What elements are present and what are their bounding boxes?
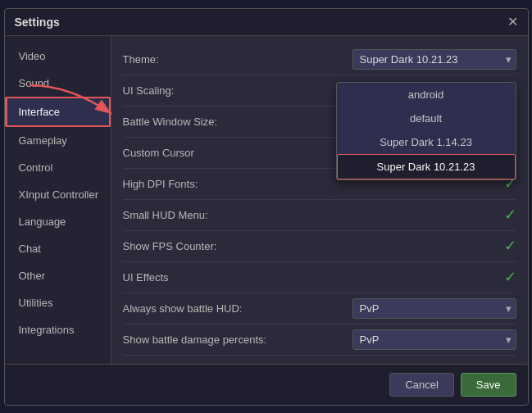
dropdown-option-android[interactable]: android xyxy=(337,83,516,107)
settings-row-small-hud: Small HUD Menu:✓ xyxy=(123,200,516,231)
dropdown-option-super-dark-10.21.23[interactable]: Super Dark 10.21.23 xyxy=(337,154,516,179)
sidebar-item-video[interactable]: Video xyxy=(5,43,111,70)
row-label-small-hud: Small HUD Menu: xyxy=(123,209,295,221)
row-label-ui-scaling: UI Scaling: xyxy=(123,84,295,97)
settings-row-fps-counter: Show FPS Counter:✓ xyxy=(123,231,516,262)
row-label-high-dpi: High DPI Fonts: xyxy=(123,178,295,190)
battle-hud-select[interactable]: PvP xyxy=(352,298,516,319)
row-label-fps-counter: Show FPS Counter: xyxy=(123,240,295,252)
row-value-small-hud: ✓ xyxy=(295,206,516,224)
sidebar-item-sound[interactable]: Sound xyxy=(5,70,111,97)
row-value-battle-hud: PvP xyxy=(295,298,516,319)
dialog-title: Settings xyxy=(15,16,60,29)
close-button[interactable]: ✕ xyxy=(507,16,518,29)
settings-row-battle-hud: Always show battle HUD:PvP xyxy=(123,293,516,324)
sidebar-item-control[interactable]: Control xyxy=(5,154,111,181)
row-label-battle-window: Battle Window Size: xyxy=(123,116,295,128)
row-value-theme: Super Dark 10.21.23 xyxy=(295,49,516,70)
row-label-ui-effects: UI Effects xyxy=(123,271,295,284)
sidebar: VideoSoundInterfaceGameplayControlXInput… xyxy=(5,36,111,364)
row-value-ui-effects: ✓ xyxy=(295,268,516,286)
battle-damage-select[interactable]: PvP xyxy=(352,329,516,350)
checkmark-small-hud: ✓ xyxy=(504,206,516,224)
settings-row-battle-damage: Show battle damage percents:PvP xyxy=(123,324,516,356)
sidebar-item-integrations[interactable]: Integrations xyxy=(5,316,111,343)
dialog-footer: Cancel Save xyxy=(5,364,528,405)
checkmark-ui-effects: ✓ xyxy=(504,268,516,286)
sidebar-item-utilities[interactable]: Utilities xyxy=(5,289,111,316)
dropdown-option-super-dark-1.14.23[interactable]: Super Dark 1.14.23 xyxy=(337,130,516,154)
sidebar-item-other[interactable]: Other xyxy=(5,262,111,289)
sidebar-item-xinput[interactable]: XInput Controller xyxy=(5,181,111,208)
row-label-custom-cursor: Custom Cursor xyxy=(123,147,295,159)
settings-row-theme: Theme:Super Dark 10.21.23 xyxy=(123,44,516,75)
battle-damage-select-wrapper[interactable]: PvP xyxy=(352,329,516,350)
theme-select[interactable]: Super Dark 10.21.23 xyxy=(352,49,516,70)
sidebar-item-chat[interactable]: Chat xyxy=(5,235,111,262)
main-content: Theme:Super Dark 10.21.23UI Scaling:Batt… xyxy=(111,36,528,364)
dropdown-option-default[interactable]: default xyxy=(337,107,516,130)
sidebar-item-language[interactable]: Language xyxy=(5,208,111,235)
dialog-body: VideoSoundInterfaceGameplayControlXInput… xyxy=(5,36,528,364)
sidebar-item-gameplay[interactable]: Gameplay xyxy=(5,127,111,154)
title-bar: Settings ✕ xyxy=(5,9,528,36)
row-label-battle-damage: Show battle damage percents: xyxy=(123,334,295,346)
cancel-button[interactable]: Cancel xyxy=(389,373,453,397)
settings-dialog: Settings ✕ VideoSoundInterfaceGameplayCo… xyxy=(4,8,529,406)
row-value-fps-counter: ✓ xyxy=(295,237,516,255)
battle-hud-select-wrapper[interactable]: PvP xyxy=(352,298,516,319)
sidebar-item-interface[interactable]: Interface xyxy=(5,97,111,127)
row-value-battle-damage: PvP xyxy=(295,329,516,350)
row-label-battle-hud: Always show battle HUD: xyxy=(123,302,295,315)
save-button[interactable]: Save xyxy=(461,373,516,397)
settings-row-ui-effects: UI Effects✓ xyxy=(123,262,516,293)
row-label-theme: Theme: xyxy=(123,53,295,66)
checkmark-fps-counter: ✓ xyxy=(504,237,516,255)
theme-select-wrapper[interactable]: Super Dark 10.21.23 xyxy=(352,49,516,70)
theme-dropdown-overlay: androiddefaultSuper Dark 1.14.23Super Da… xyxy=(336,82,516,180)
